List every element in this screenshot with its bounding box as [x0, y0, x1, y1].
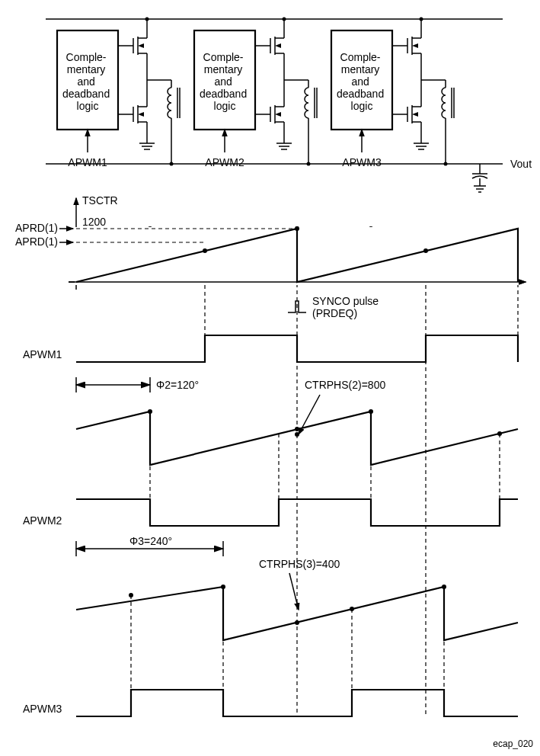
aprd-label-1: APRD(1)	[15, 222, 58, 234]
tsctr-label: TSCTR	[82, 194, 118, 207]
logic-block-1	[57, 19, 180, 164]
marker-dot	[423, 248, 428, 253]
ctr3-label: CTRPHS(3)=400	[259, 558, 340, 570]
vout-label: Vout	[510, 158, 532, 170]
apwm1-wave	[76, 335, 518, 362]
marker-dot	[295, 226, 299, 231]
ch2-label: APWM2	[205, 156, 244, 168]
node-dot	[420, 18, 423, 21]
val-1200: 1200	[82, 216, 106, 228]
marker-dot	[295, 620, 299, 625]
apwm1-label: APWM1	[23, 348, 62, 360]
marker-dot	[203, 248, 207, 253]
node-dot	[145, 18, 149, 21]
apwm3-label: APWM3	[23, 703, 62, 715]
logic-block-2	[194, 19, 317, 164]
output-cap-icon	[472, 164, 487, 192]
phi3-label: Φ3=240°	[129, 535, 172, 547]
node-dot	[283, 18, 286, 21]
ctr2-label: CTRPHS(2)=800	[305, 379, 385, 391]
aprd-label-2: APRD(1)	[15, 235, 58, 248]
phi2-label: Φ2=120°	[156, 379, 199, 391]
node-dot	[444, 162, 448, 166]
figure-id: ecap_020	[493, 738, 533, 749]
logic-block-3	[331, 19, 454, 164]
synco-l2: (PRDEQ)	[312, 307, 357, 319]
ch3-label: APWM3	[342, 156, 382, 168]
marker-dot	[295, 432, 299, 437]
ch1-label: APWM1	[68, 156, 107, 168]
apwm2-label: APWM2	[23, 514, 62, 527]
node-dot	[170, 162, 174, 166]
node-dot	[307, 162, 311, 166]
marker-dot	[295, 427, 299, 431]
synco-l1: SYNCO pulse	[312, 295, 379, 307]
